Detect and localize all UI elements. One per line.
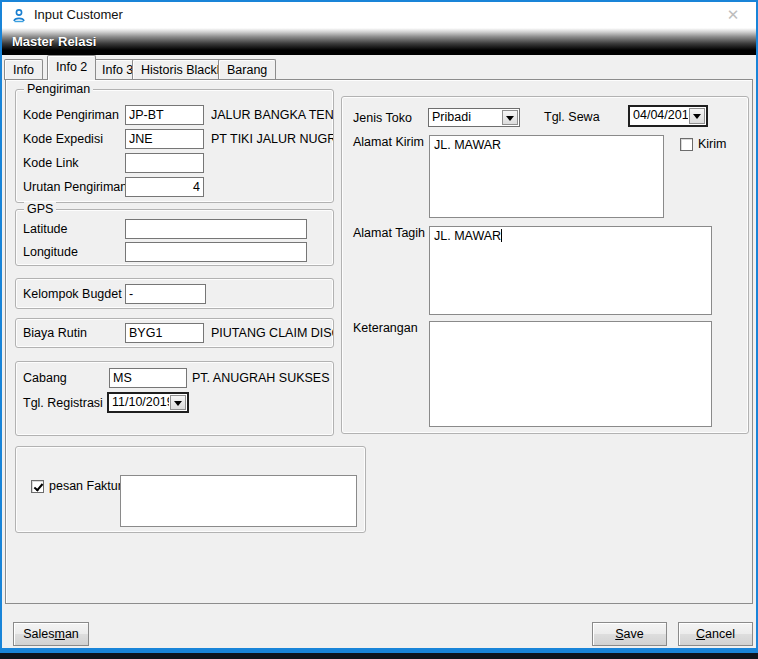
tab-info-2[interactable]: Info 2 — [47, 55, 96, 80]
alamat-kirim-label: Alamat Kirim — [353, 133, 424, 152]
window-border-left — [0, 0, 2, 659]
kirim-label: Kirim — [698, 135, 726, 154]
window-title: Input Customer — [34, 2, 123, 28]
keterangan-textarea[interactable] — [429, 321, 712, 427]
tabpage-info-2: Pengiriman Kode Pengiriman JALUR BANGKA … — [5, 79, 753, 604]
group-gps-title: GPS — [24, 202, 56, 216]
cabang-note: PT. ANUGRAH SUKSES N — [192, 369, 333, 388]
tgl-sewa-value: 04/04/2010 — [633, 107, 688, 124]
kode-pengiriman-note: JALUR BANGKA TENGAH — [211, 106, 333, 125]
tab-barang[interactable]: Barang — [218, 59, 276, 80]
alamat-tagih-text: JL. MAWAR — [434, 229, 501, 243]
biaya-rutin-note: PIUTANG CLAIM DISCO — [211, 324, 333, 343]
jenis-toko-dropdown-icon[interactable] — [502, 110, 518, 125]
group-cabang: Cabang PT. ANUGRAH SUKSES N Tgl. Registr… — [15, 361, 334, 436]
kelompok-bugdet-input[interactable] — [125, 284, 206, 304]
tgl-sewa-picker[interactable]: 04/04/2010 — [628, 105, 708, 127]
biaya-rutin-label: Biaya Rutin — [23, 324, 87, 343]
kode-pengiriman-label: Kode Pengiriman — [23, 106, 119, 125]
group-pengiriman-title: Pengiriman — [24, 82, 93, 96]
keterangan-label: Keterangan — [353, 319, 418, 338]
latitude-input[interactable] — [125, 219, 307, 239]
pesan-faktur-textarea[interactable] — [120, 475, 357, 527]
tgl-registrasi-label: Tgl. Registrasi — [23, 394, 103, 413]
tgl-registrasi-dropdown-icon[interactable] — [170, 395, 186, 410]
group-pesan-faktur: pesan Faktur — [15, 446, 366, 533]
alamat-tagih-label: Alamat Tagih — [353, 224, 425, 243]
cabang-input[interactable] — [109, 368, 187, 388]
titlebar: Input Customer ✕ — [2, 2, 756, 28]
window-bottom-shadow — [0, 653, 758, 659]
kode-expedisi-note: PT TIKI JALUR NUGRAH — [211, 130, 333, 149]
text-caret — [501, 229, 502, 242]
save-button[interactable]: Save — [592, 622, 667, 646]
latitude-label: Latitude — [23, 220, 67, 239]
menu-item-master[interactable]: Master — [8, 28, 58, 55]
salesman-button[interactable]: Salesman — [13, 622, 89, 646]
jenis-toko-combo[interactable]: Pribadi — [428, 108, 520, 127]
menu-item-relasi[interactable]: Relasi — [54, 28, 100, 55]
window-border-top — [0, 0, 758, 2]
tgl-sewa-label: Tgl. Sewa — [544, 108, 600, 127]
app-icon — [11, 8, 27, 24]
group-right-panel: Jenis Toko Pribadi Tgl. Sewa 04/04/2010 … — [341, 96, 749, 434]
kode-link-label: Kode Link — [23, 154, 79, 173]
pesan-faktur-checkbox[interactable] — [31, 480, 44, 493]
tgl-registrasi-picker[interactable]: 11/10/2019 — [107, 392, 189, 413]
kode-pengiriman-input[interactable] — [125, 105, 204, 125]
group-gps: GPS Latitude Longitude — [15, 209, 334, 266]
tgl-registrasi-value: 11/10/2019 — [112, 394, 169, 411]
longitude-input[interactable] — [125, 242, 307, 262]
group-pengiriman: Pengiriman Kode Pengiriman JALUR BANGKA … — [15, 89, 334, 203]
urutan-pengiriman-input[interactable] — [125, 177, 204, 197]
tgl-sewa-dropdown-icon[interactable] — [689, 108, 705, 124]
alamat-tagih-textarea[interactable]: JL. MAWAR — [429, 226, 712, 315]
kode-link-input[interactable] — [125, 153, 204, 173]
longitude-label: Longitude — [23, 243, 78, 262]
kelompok-bugdet-label: Kelompok Bugdet — [23, 285, 122, 304]
kode-expedisi-label: Kode Expedisi — [23, 130, 103, 149]
kirim-checkbox[interactable] — [680, 138, 693, 151]
group-kelompok-bugdet: Kelompok Bugdet — [15, 278, 334, 309]
biaya-rutin-input[interactable] — [125, 323, 204, 343]
tab-info[interactable]: Info — [4, 59, 43, 80]
input-customer-window: Input Customer ✕ Master Relasi Info Info… — [0, 0, 758, 659]
alamat-kirim-textarea[interactable]: JL. MAWAR — [429, 135, 664, 218]
urutan-pengiriman-label: Urutan Pengiriman — [23, 178, 127, 197]
jenis-toko-value: Pribadi — [432, 109, 501, 126]
kode-expedisi-input[interactable] — [125, 129, 204, 149]
menubar: Master Relasi — [2, 28, 756, 55]
pesan-faktur-label: pesan Faktur — [49, 477, 122, 496]
cancel-button[interactable]: Cancel — [678, 622, 753, 646]
jenis-toko-label: Jenis Toko — [353, 109, 412, 128]
close-icon[interactable]: ✕ — [722, 2, 744, 28]
cabang-label: Cabang — [23, 369, 67, 388]
group-biaya-rutin: Biaya Rutin PIUTANG CLAIM DISCO — [15, 318, 334, 348]
